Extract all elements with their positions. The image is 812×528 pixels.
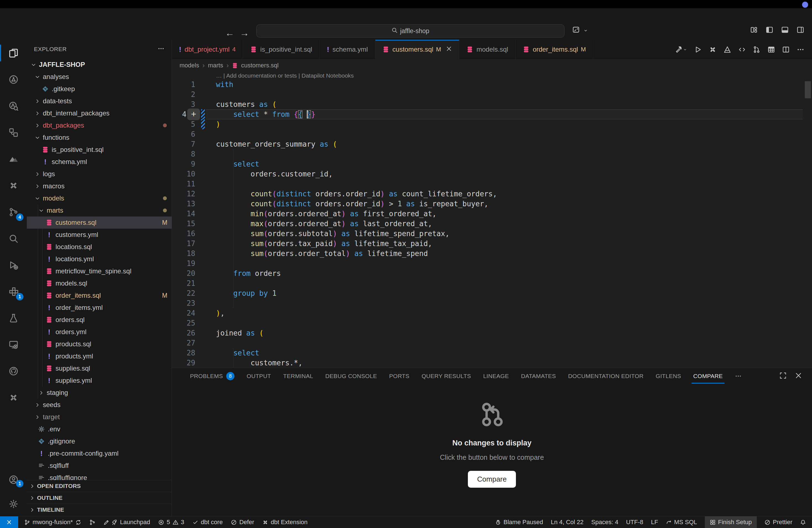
tree-item-products-yml[interactable]: !products.yml [27, 350, 172, 362]
activity-settings[interactable] [0, 492, 27, 516]
tree-item-orders-yml[interactable]: !orders.yml [27, 326, 172, 338]
tree-item-logs[interactable]: logs [27, 168, 172, 180]
code-line-14[interactable]: 14 min(orders.ordered_at) as first_order… [172, 209, 812, 219]
tree-item-order-items-yml[interactable]: !order_items.yml [27, 302, 172, 314]
tab-dbt-project-yml[interactable]: !dbt_project.yml4 [172, 40, 243, 59]
customize-layout-icon[interactable] [750, 26, 758, 35]
tab-customers-sql[interactable]: customers.sqlM [375, 40, 459, 59]
breadcrumb-item[interactable]: customers.sql [241, 62, 279, 69]
panel-tab-documentation-editor[interactable]: DOCUMENTATION EDITOR [562, 368, 650, 384]
remote-indicator[interactable] [0, 516, 18, 528]
code-line-11[interactable]: 11 [172, 179, 812, 189]
tree-item--sqlfluffignore[interactable]: .sqlfluffignore [27, 472, 172, 480]
activity-accounts[interactable]: 1 [0, 468, 27, 492]
toggle-panel-icon[interactable] [781, 26, 789, 35]
tree-item-supplies-sql[interactable]: supplies.sql [27, 362, 172, 375]
preview-code-button[interactable] [738, 46, 746, 53]
panel-more-tabs[interactable] [729, 368, 748, 384]
code-line-9[interactable]: 9 select [172, 159, 812, 169]
tree-item-customers-sql[interactable]: customers.sqlM [27, 217, 172, 229]
eol-status[interactable]: LF [651, 516, 658, 528]
tree-item-order-items-sql[interactable]: order_items.sqlM [27, 289, 172, 302]
compare-button[interactable]: Compare [468, 471, 516, 488]
dbt-test-button[interactable] [709, 46, 716, 53]
code-line-7[interactable]: 7customer_orders_summary as ( [172, 139, 812, 149]
defer-status[interactable]: Defer [231, 516, 254, 528]
activity-run-debug[interactable] [0, 252, 27, 278]
code-line-28[interactable]: 28 select [172, 348, 812, 358]
code-line-5[interactable]: 5) [172, 119, 812, 129]
activity-explorer[interactable] [0, 40, 27, 66]
launchpad-status[interactable]: Launchpad [104, 516, 150, 528]
panel-tab-query-results[interactable]: QUERY RESULTS [416, 368, 477, 384]
tree-item-staging[interactable]: staging [27, 386, 172, 399]
indentation-status[interactable]: Spaces: 4 [591, 516, 619, 528]
tree-item-dbt-packages[interactable]: dbt_packages [27, 119, 172, 131]
tab-schema-yml[interactable]: !schema.yml [320, 40, 375, 59]
code-line-21[interactable]: 21 [172, 278, 812, 288]
tree-item--pre-commit-config-yaml[interactable]: !.pre-commit-config.yaml [27, 448, 172, 459]
code-line-20[interactable]: 20 from orders [172, 268, 812, 278]
back-arrow-icon[interactable]: ← [225, 28, 234, 38]
panel-tab-output[interactable]: OUTPUT [241, 368, 277, 384]
close-tab-icon[interactable] [446, 46, 452, 53]
tree-item-marts[interactable]: marts [27, 204, 172, 217]
tree-item-orders-sql[interactable]: orders.sql [27, 314, 172, 326]
blame-status[interactable]: Blame Paused [495, 516, 543, 528]
activity-lineage-graph[interactable] [0, 66, 27, 93]
code-line-16[interactable]: 16 sum(orders.subtotal) as lifetime_spen… [172, 229, 812, 239]
tree-item-locations-sql[interactable]: locations.sql [27, 241, 172, 253]
chevron-down-icon[interactable] [583, 28, 588, 34]
tree-item-data-tests[interactable]: data-tests [27, 95, 172, 107]
problems-status[interactable]: 53 [158, 516, 184, 528]
encoding-status[interactable]: UTF-8 [626, 516, 643, 528]
code-line-17[interactable]: 17 sum(orders.tax_paid) as lifetime_tax_… [172, 239, 812, 249]
activity-references[interactable] [0, 119, 27, 146]
activity-dbt-power-user-alt[interactable] [0, 384, 27, 411]
dbt-extension-status[interactable]: dbt Extension [262, 516, 307, 528]
activity-datamates[interactable] [0, 146, 27, 172]
split-editor-button[interactable] [782, 46, 789, 53]
tree-item-supplies-yml[interactable]: !supplies.yml [27, 375, 172, 386]
add-line-button[interactable]: + [187, 108, 200, 120]
tree-item--env[interactable]: .env [27, 423, 172, 435]
tree-item--gitkeep[interactable]: .gitkeep [27, 83, 172, 95]
maximize-panel-icon[interactable] [779, 372, 787, 380]
code-line-24[interactable]: 24), [172, 308, 812, 318]
code-line-22[interactable]: 22 group by 1 [172, 288, 812, 298]
code-line-13[interactable]: 13 count(distinct orders.order_id) > 1 a… [172, 199, 812, 209]
panel-tab-problems[interactable]: PROBLEMS8 [184, 368, 241, 384]
tree-item-functions[interactable]: functions [27, 131, 172, 144]
panel-tab-compare[interactable]: COMPARE [687, 368, 729, 384]
more-actions-button[interactable] [797, 46, 804, 53]
code-line-15[interactable]: 15 max(orders.ordered_at) as last_ordere… [172, 219, 812, 229]
section-timeline[interactable]: TIMELINE [27, 504, 172, 516]
editor-scrollbar[interactable] [805, 81, 811, 98]
activity-remote-explorer[interactable] [0, 332, 27, 358]
code-line-2[interactable]: 2 [172, 89, 812, 99]
tree-item-products-sql[interactable]: products.sql [27, 338, 172, 350]
toggle-sidebar-right-icon[interactable] [797, 26, 804, 35]
build-button[interactable] [675, 46, 687, 53]
activity-dbt-power-user[interactable] [0, 172, 27, 199]
panel-tab-terminal[interactable]: TERMINAL [277, 368, 319, 384]
tree-item--sqlfluff[interactable]: .sqlfluff [27, 459, 172, 472]
notifications-status[interactable] [800, 516, 806, 528]
tree-item-schema-yml[interactable]: !schema.yml [27, 156, 172, 168]
code-line-25[interactable]: 25 [172, 318, 812, 328]
query-results-button[interactable] [768, 46, 775, 53]
activity-graph-search[interactable] [0, 93, 27, 119]
tree-item-models-sql[interactable]: models.sql [27, 277, 172, 289]
code-line-27[interactable]: 27 [172, 338, 812, 348]
activity-extensions[interactable]: 1 [0, 278, 27, 305]
forward-arrow-icon[interactable]: → [240, 28, 249, 38]
dbt-core-status[interactable]: dbt core [192, 516, 223, 528]
section-outline[interactable]: OUTLINE [27, 492, 172, 504]
activity-source-control[interactable]: 4 [0, 199, 27, 225]
panel-tab-lineage[interactable]: LINEAGE [477, 368, 515, 384]
code-line-3[interactable]: 3customers as ( [172, 99, 812, 109]
tab-is-positive-int-sql[interactable]: is_positive_int.sql [243, 40, 320, 59]
tree-root-jaffle-shop[interactable]: JAFFLE-SHOP [27, 59, 172, 71]
panel-tab-ports[interactable]: PORTS [383, 368, 416, 384]
tree-item-analyses[interactable]: analyses [27, 71, 172, 83]
